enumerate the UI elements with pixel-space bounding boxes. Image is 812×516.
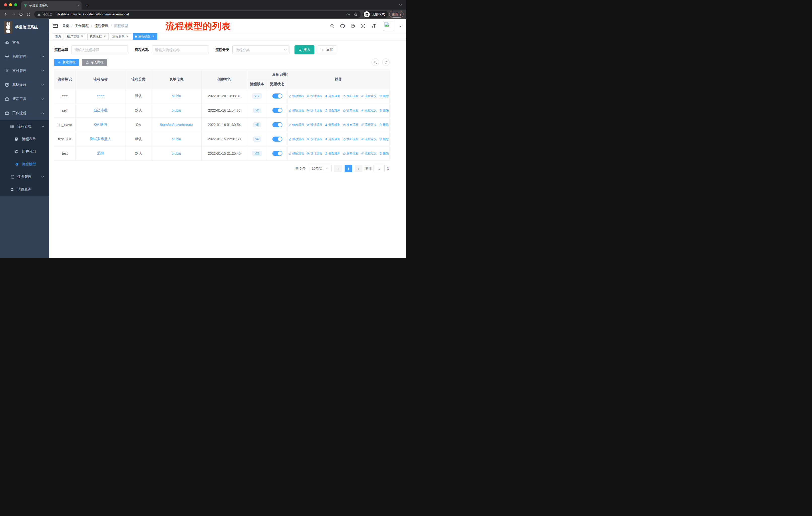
modify-process-link[interactable]: 修改流程 xyxy=(288,137,304,141)
process-definition-link[interactable]: 流程定义 xyxy=(361,137,377,141)
new-tab-button[interactable]: + xyxy=(86,2,88,8)
active-toggle[interactable] xyxy=(272,93,283,99)
delete-link[interactable]: 删除 xyxy=(379,123,389,127)
process-definition-link[interactable]: 流程定义 xyxy=(361,108,377,113)
design-process-link[interactable]: 设计流程 xyxy=(307,123,322,127)
sidebar-item-user-group[interactable]: 用户分组 xyxy=(0,145,49,158)
next-page-button[interactable]: › xyxy=(355,165,362,172)
import-process-button[interactable]: 导入流程 xyxy=(82,59,107,66)
page-1-button[interactable]: 1 xyxy=(345,165,352,172)
design-process-link[interactable]: 设计流程 xyxy=(307,137,322,141)
active-toggle[interactable] xyxy=(272,108,283,113)
app-logo[interactable]: 芋道管理系统 xyxy=(0,19,49,35)
design-process-link[interactable]: 设计流程 xyxy=(307,108,322,113)
reload-icon[interactable] xyxy=(18,11,24,18)
page-size-select[interactable]: 10条/页 xyxy=(309,165,331,172)
process-definition-link[interactable]: 流程定义 xyxy=(361,123,377,127)
close-window-button[interactable] xyxy=(4,3,7,6)
form-info-link[interactable]: biubiu xyxy=(172,94,181,98)
update-button[interactable]: 更新 xyxy=(389,11,404,18)
browser-tab[interactable]: 芋道管理系统 × xyxy=(21,1,82,9)
search-button[interactable]: 搜索 xyxy=(294,45,314,54)
process-name-link[interactable]: 自己审批 xyxy=(94,108,108,112)
assign-rule-link[interactable]: 分配规则 xyxy=(325,123,341,127)
menu-dots-icon[interactable] xyxy=(400,12,401,17)
minimize-window-button[interactable] xyxy=(9,3,12,6)
tag-process-model[interactable]: 流程模型× xyxy=(133,33,157,40)
star-icon[interactable] xyxy=(354,12,358,17)
sidebar-item-workflow[interactable]: 工作流程 xyxy=(0,106,49,120)
security-label[interactable]: 不安全 xyxy=(43,12,53,17)
github-icon[interactable] xyxy=(340,24,345,28)
sidebar-item-home[interactable]: 首页 xyxy=(0,35,49,50)
fullscreen-icon[interactable] xyxy=(361,24,366,28)
process-category-input[interactable] xyxy=(232,45,289,54)
design-process-link[interactable]: 设计流程 xyxy=(307,152,322,156)
chevron-down-icon[interactable] xyxy=(399,3,402,6)
avatar[interactable] xyxy=(383,21,393,31)
sidebar-item-infrastructure[interactable]: 基础设施 xyxy=(0,78,49,92)
close-tag-icon[interactable]: × xyxy=(151,35,155,38)
back-icon[interactable] xyxy=(2,11,9,18)
assign-rule-link[interactable]: 分配规则 xyxy=(325,152,341,156)
form-info-link[interactable]: biubiu xyxy=(172,137,181,141)
reset-button[interactable]: 重置 xyxy=(318,45,337,54)
breadcrumb-item[interactable]: 流程管理 xyxy=(94,24,109,28)
close-tab-icon[interactable]: × xyxy=(77,3,79,7)
process-name-input[interactable] xyxy=(152,45,209,54)
collapse-sidebar-icon[interactable] xyxy=(53,23,58,28)
sidebar-item-dev-tools[interactable]: 研发工具 xyxy=(0,92,49,106)
delete-link[interactable]: 删除 xyxy=(379,137,389,141)
key-icon[interactable] xyxy=(346,12,350,17)
process-name-link[interactable]: OA 请假 xyxy=(94,123,107,127)
design-process-link[interactable]: 设计流程 xyxy=(307,94,322,98)
publish-process-link[interactable]: 发布流程 xyxy=(343,137,359,141)
breadcrumb-item[interactable]: 工作流程 xyxy=(75,24,89,28)
help-icon[interactable] xyxy=(351,24,355,28)
process-category-select[interactable] xyxy=(232,45,289,54)
forward-icon[interactable] xyxy=(10,11,17,18)
assign-rule-link[interactable]: 分配规则 xyxy=(325,137,341,141)
close-tag-icon[interactable]: × xyxy=(80,35,84,38)
modify-process-link[interactable]: 修改流程 xyxy=(288,94,304,98)
process-name-link[interactable]: 测试多审批人 xyxy=(90,137,111,141)
close-tag-icon[interactable]: × xyxy=(125,35,129,38)
page-url[interactable]: dashboard.yudao.iocoder.cn/bpm/manager/m… xyxy=(57,12,129,16)
active-toggle[interactable] xyxy=(272,122,283,127)
process-name-link[interactable]: 滔博 xyxy=(97,151,104,155)
form-info-link[interactable]: /bpm/oa/leave/create xyxy=(160,123,193,127)
publish-process-link[interactable]: 发布流程 xyxy=(343,94,359,98)
publish-process-link[interactable]: 发布流程 xyxy=(343,108,359,113)
zoom-window-button[interactable] xyxy=(14,3,17,6)
search-icon[interactable] xyxy=(330,24,335,28)
sidebar-item-system-management[interactable]: 系统管理 xyxy=(0,50,49,64)
sidebar-item-process-form[interactable]: 流程表单 xyxy=(0,133,49,145)
create-process-button[interactable]: 新建流程 xyxy=(54,59,79,66)
goto-page-input[interactable] xyxy=(374,165,385,172)
tag-process-form[interactable]: 流程表单× xyxy=(110,33,132,40)
delete-link[interactable]: 删除 xyxy=(379,108,389,113)
close-tag-icon[interactable]: × xyxy=(103,35,107,38)
sidebar-item-payment-management[interactable]: 支付管理 xyxy=(0,64,49,78)
delete-link[interactable]: 删除 xyxy=(379,152,389,156)
home-icon[interactable] xyxy=(25,11,32,18)
assign-rule-link[interactable]: 分配规则 xyxy=(325,94,341,98)
sidebar-item-process-management[interactable]: 流程管理 xyxy=(0,120,49,133)
sidebar-item-leave-query[interactable]: 请假查询 xyxy=(0,183,49,196)
modify-process-link[interactable]: 修改流程 xyxy=(288,152,304,156)
breadcrumb-item[interactable]: 首页 xyxy=(62,24,69,28)
sidebar-item-task-management[interactable]: 任务管理 xyxy=(0,170,49,183)
tag-tenant-management[interactable]: 租户管理× xyxy=(65,33,86,40)
modify-process-link[interactable]: 修改流程 xyxy=(288,123,304,127)
active-toggle[interactable] xyxy=(272,137,283,142)
assign-rule-link[interactable]: 分配规则 xyxy=(325,108,341,113)
form-info-link[interactable]: biubiu xyxy=(172,152,181,156)
form-info-link[interactable]: biubiu xyxy=(172,108,181,112)
refresh-table-button[interactable] xyxy=(382,58,389,66)
delete-link[interactable]: 删除 xyxy=(379,94,389,98)
address-bar[interactable]: 不安全 dashboard.yudao.iocoder.cn/bpm/manag… xyxy=(34,11,361,18)
process-definition-link[interactable]: 流程定义 xyxy=(361,152,377,156)
process-definition-link[interactable]: 流程定义 xyxy=(361,94,377,98)
prev-page-button[interactable]: ‹ xyxy=(334,165,342,172)
sidebar-item-process-model[interactable]: 流程模型 xyxy=(0,158,49,170)
